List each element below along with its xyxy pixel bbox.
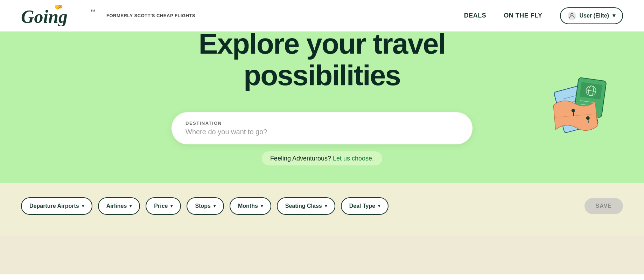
header-left: Going ™ 🫵 FORMERLY SCOTT'S CHEAP FLIGHTS [21,5,195,26]
logo-subtitle: FORMERLY SCOTT'S CHEAP FLIGHTS [106,13,195,18]
stops-chevron-icon: ▾ [214,204,216,209]
departure-airports-chevron-icon: ▾ [82,204,84,209]
svg-text:™: ™ [90,8,95,14]
site-header: Going ™ 🫵 FORMERLY SCOTT'S CHEAP FLIGHTS… [0,0,644,32]
airlines-filter[interactable]: Airlines ▾ [98,197,140,215]
departure-airports-label: Departure Airports [29,203,79,209]
airlines-label: Airlines [106,203,127,209]
passport-map-svg [546,64,620,134]
svg-text:Going: Going [21,7,68,26]
seating-class-filter[interactable]: Seating Class ▾ [277,197,335,215]
adventurous-text: Feeling Adventurous? [270,155,331,162]
user-icon [568,12,576,20]
deal-type-chevron-icon: ▾ [378,204,380,209]
user-chevron-icon: ▾ [612,12,615,19]
seating-class-chevron-icon: ▾ [325,204,327,209]
destination-placeholder: Where do you want to go? [186,128,458,136]
filter-section: Departure Airports ▾ Airlines ▾ Price ▾ … [0,183,644,274]
user-label: User (Elite) [580,13,609,19]
airlines-chevron-icon: ▾ [130,204,132,209]
adventurous-section: Feeling Adventurous? Let us choose. [262,155,382,162]
hero-title: Explore your travel possibilities [130,28,514,91]
price-label: Price [154,203,168,209]
months-filter[interactable]: Months ▾ [230,197,271,215]
nav-deals[interactable]: DEALS [464,12,486,19]
deal-type-label: Deal Type [349,203,375,209]
destination-label: DESTINATION [186,121,458,126]
main-nav: DEALS ON THE FLY User (Elite) ▾ [464,7,623,24]
adventurous-pill: Feeling Adventurous? Let us choose. [262,151,382,165]
destination-search-bar[interactable]: DESTINATION Where do you want to go? [172,112,472,144]
price-chevron-icon: ▾ [170,204,173,209]
filter-bar: Departure Airports ▾ Airlines ▾ Price ▾ … [0,183,644,236]
save-button: SAVE [584,198,623,214]
stops-filter[interactable]: Stops ▾ [187,197,224,215]
let-us-choose-link[interactable]: Let us choose. [333,155,374,162]
nav-on-the-fly[interactable]: ON THE FLY [504,12,542,19]
main-content: Explore your travel possibilities DESTIN… [0,0,644,274]
seating-class-label: Seating Class [285,203,322,209]
months-chevron-icon: ▾ [261,204,263,209]
deal-type-filter[interactable]: Deal Type ▾ [341,197,388,215]
logo-svg: Going ™ 🫵 [21,5,98,26]
user-account-button[interactable]: User (Elite) ▾ [560,7,623,24]
stops-label: Stops [195,203,210,209]
svg-text:🫵: 🫵 [54,5,63,10]
travel-illustration [546,64,616,134]
departure-airports-filter[interactable]: Departure Airports ▾ [21,197,92,215]
months-label: Months [238,203,258,209]
logo[interactable]: Going ™ 🫵 [21,5,98,26]
price-filter[interactable]: Price ▾ [146,197,181,215]
